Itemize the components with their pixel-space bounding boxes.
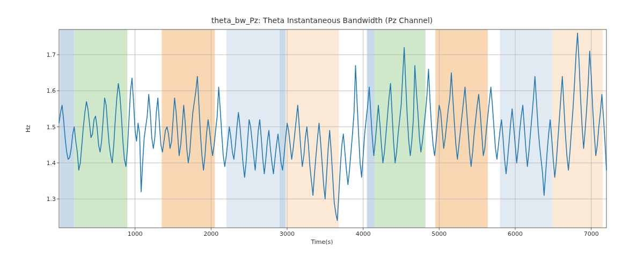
svg-rect-3 bbox=[226, 29, 280, 228]
x-tick-label: 4000 bbox=[356, 230, 371, 237]
y-tick-label: 1.7 bbox=[34, 51, 56, 58]
figure: theta_bw_Pz: Theta Instantaneous Bandwid… bbox=[0, 0, 644, 268]
svg-rect-0 bbox=[60, 29, 74, 228]
y-tick-label: 1.4 bbox=[34, 159, 56, 166]
y-tick-label: 1.5 bbox=[34, 123, 56, 130]
svg-rect-1 bbox=[74, 29, 127, 228]
plot-area bbox=[59, 29, 606, 228]
y-tick-label: 1.6 bbox=[34, 87, 56, 94]
x-tick-label: 3000 bbox=[280, 230, 295, 237]
x-tick-label: 5000 bbox=[431, 230, 447, 237]
svg-rect-8 bbox=[435, 29, 488, 228]
x-tick-label: 1000 bbox=[128, 230, 143, 237]
svg-rect-10 bbox=[552, 29, 603, 228]
svg-rect-9 bbox=[500, 29, 553, 228]
svg-rect-7 bbox=[375, 29, 426, 228]
svg-rect-5 bbox=[286, 29, 339, 228]
x-tick-label: 2000 bbox=[203, 230, 218, 237]
x-axis-label: Time(s) bbox=[0, 239, 644, 245]
plot-svg bbox=[59, 29, 606, 228]
x-tick-label: 7000 bbox=[584, 230, 599, 237]
x-tick-label: 6000 bbox=[508, 230, 523, 237]
svg-rect-4 bbox=[280, 29, 286, 228]
y-tick-label: 1.3 bbox=[34, 196, 56, 203]
y-axis-label: Hz bbox=[25, 125, 32, 132]
chart-title: theta_bw_Pz: Theta Instantaneous Bandwid… bbox=[0, 16, 644, 25]
svg-rect-6 bbox=[367, 29, 375, 228]
